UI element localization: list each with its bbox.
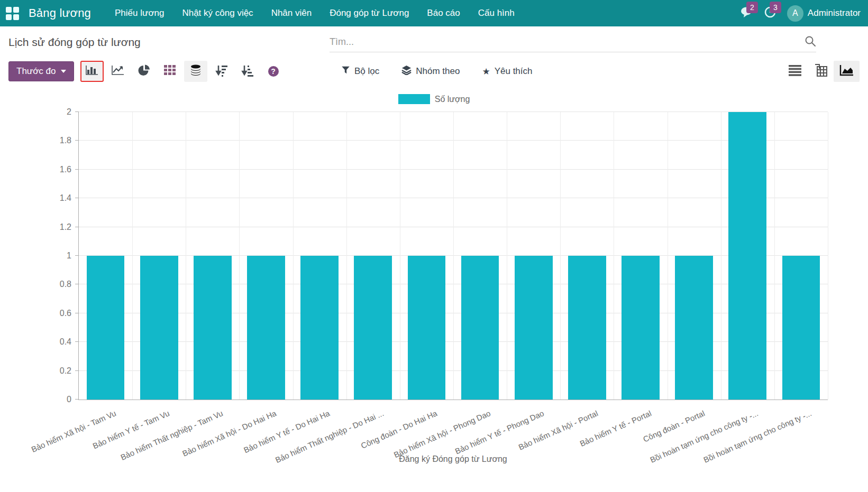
y-tick [75, 399, 79, 400]
bar[interactable] [300, 256, 339, 400]
x-gridline [293, 112, 294, 400]
area-chart-icon [839, 64, 854, 79]
y-tick-label: 1.4 [45, 193, 71, 203]
x-gridline [828, 112, 828, 400]
y-tick [75, 284, 79, 284]
layers-icon [401, 65, 412, 78]
apps-menu-button[interactable] [0, 0, 24, 26]
x-gridline [400, 112, 400, 400]
x-gridline [560, 112, 561, 400]
pivot-table-button[interactable] [158, 61, 181, 82]
top-menu-item[interactable]: Cấu hình [469, 0, 524, 26]
systray: 2 3 A Administrator [735, 0, 868, 26]
messages-badge: 2 [746, 2, 758, 13]
y-tick-label: 0.8 [45, 280, 71, 289]
bar[interactable] [194, 256, 232, 400]
user-menu[interactable]: A Administrator [787, 5, 861, 22]
pivot-icon [814, 63, 828, 79]
legend-item[interactable]: Số lượng [0, 94, 868, 104]
search-filters: Bộ lọc Nhóm theo ★ Yêu thích [341, 65, 533, 78]
bar[interactable] [515, 256, 553, 400]
bar[interactable] [461, 256, 499, 400]
x-gridline [668, 112, 668, 400]
y-tick [75, 255, 79, 256]
bar[interactable] [728, 112, 766, 400]
x-axis-title: Đăng ký Đóng góp từ Lương [78, 454, 828, 464]
bar[interactable] [140, 256, 178, 400]
y-tick [75, 112, 79, 112]
top-menu-item[interactable]: Phiếu lương [106, 0, 173, 26]
x-gridline [507, 112, 507, 400]
top-menu-item[interactable]: Nhật ký công việc [173, 0, 262, 26]
top-menu-item[interactable]: Báo cáo [418, 0, 469, 26]
line-chart-icon [111, 64, 125, 78]
app-title[interactable]: Bảng lương [29, 6, 91, 20]
table-icon [163, 64, 176, 78]
control-panel-top: Lịch sử đóng góp từ lương [0, 26, 868, 58]
y-tick [75, 169, 79, 170]
bar-chart-icon [85, 64, 99, 78]
x-gridline [453, 112, 454, 400]
bar[interactable] [675, 256, 713, 400]
sort-ascending-button[interactable] [236, 61, 259, 82]
group-by-button[interactable]: Nhóm theo [401, 65, 460, 78]
bar[interactable] [87, 256, 125, 400]
x-gridline [186, 112, 186, 400]
top-menu-item[interactable]: Nhân viên [262, 0, 321, 26]
top-menu: Phiếu lươngNhật ký công việcNhân viênĐón… [106, 0, 524, 26]
graph-view-button[interactable] [834, 61, 860, 82]
favorites-label: Yêu thích [495, 66, 533, 77]
y-tick [75, 370, 79, 371]
search-icon[interactable] [805, 35, 816, 49]
graph-view: Số lượng 00.20.40.60.811.21.41.61.82 Bảo… [0, 85, 868, 492]
chart-type-pie-button[interactable] [132, 61, 156, 82]
x-axis-label: Bảo hiểm Xã hội - Do Hai Ha [181, 409, 278, 458]
x-gridline [721, 112, 721, 400]
favorites-button[interactable]: ★ Yêu thích [482, 66, 532, 77]
chart-type-bar-button[interactable] [80, 61, 104, 82]
apps-grid-icon [6, 7, 19, 20]
legend-label: Số lượng [435, 95, 470, 104]
view-switcher [782, 61, 860, 82]
bar[interactable] [568, 256, 606, 400]
y-tick [75, 341, 79, 342]
funnel-icon [341, 66, 350, 77]
help-icon: ? [268, 66, 279, 77]
y-tick-label: 1.6 [45, 165, 71, 174]
y-tick-label: 0 [45, 395, 71, 404]
search-input[interactable] [330, 36, 805, 48]
help-button[interactable]: ? [262, 61, 285, 82]
filters-label: Bộ lọc [354, 66, 379, 77]
y-tick [75, 313, 79, 313]
bar[interactable] [782, 256, 820, 400]
y-tick-label: 1.2 [45, 222, 71, 232]
messages-button[interactable]: 2 [735, 0, 759, 26]
sort-descending-button[interactable] [210, 61, 233, 82]
x-gridline [774, 112, 775, 400]
filters-button[interactable]: Bộ lọc [341, 66, 379, 77]
x-axis-label: Bảo hiểm Y tế - Phong Dao [454, 409, 545, 456]
sort-descending-icon [215, 64, 229, 79]
bar[interactable] [354, 256, 392, 400]
measures-button[interactable]: Thước đo [8, 61, 74, 81]
x-gridline [132, 112, 133, 400]
pivot-view-button[interactable] [808, 61, 834, 82]
y-tick-label: 1.8 [45, 136, 71, 145]
bar[interactable] [247, 256, 285, 400]
chart-type-line-button[interactable] [106, 61, 130, 82]
bar[interactable] [622, 256, 660, 400]
y-tick-label: 1 [45, 251, 71, 261]
list-view-button[interactable] [782, 61, 808, 82]
stacked-toggle-button[interactable] [184, 61, 207, 82]
bar[interactable] [408, 256, 446, 400]
top-menu-item[interactable]: Đóng góp từ Lương [321, 0, 418, 26]
toolbar: Thước đo ? [0, 58, 868, 85]
top-navbar: Bảng lương Phiếu lươngNhật ký công việcN… [0, 0, 868, 26]
plot-area: 00.20.40.60.811.21.41.61.82 [78, 112, 828, 400]
activities-button[interactable]: 3 [759, 0, 782, 26]
y-tick [75, 198, 79, 198]
y-tick [75, 227, 79, 227]
x-axis-label: Bảo hiểm Thất nghiệp - Tam Vu [119, 409, 224, 462]
star-icon: ★ [482, 67, 490, 76]
x-gridline [346, 112, 347, 400]
